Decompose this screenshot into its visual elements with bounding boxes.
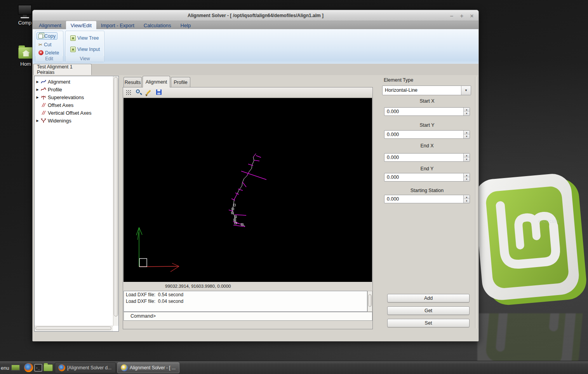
view-input-checkbox[interactable]: × View Input (69, 45, 101, 53)
grid-icon[interactable] (125, 89, 132, 96)
edit-group-label: Edit (35, 56, 63, 62)
close-button[interactable]: × (469, 12, 475, 19)
element-type-select[interactable]: Horizontal-Line ▼ (382, 86, 471, 95)
spin-up-icon[interactable]: ▲ (464, 154, 470, 157)
start-x-label: Start X (384, 98, 470, 104)
pencil-icon[interactable] (146, 89, 152, 96)
menu-tab-view-edit[interactable]: View/Edit (66, 21, 96, 29)
tree-item-profile[interactable]: ▶ Profile (35, 86, 118, 93)
spin-down-icon[interactable]: ▼ (464, 135, 470, 138)
firefox-icon (58, 364, 65, 371)
copy-button[interactable]: Copy (37, 32, 57, 40)
panel-scrollbar[interactable] (475, 77, 478, 329)
spin-down-icon[interactable]: ▼ (464, 199, 470, 203)
taskbar-task-alignment-solver[interactable]: Alignment Solver - [ ... (117, 362, 179, 373)
tree-horizontal-scrollbar[interactable] (35, 326, 113, 331)
alignment-view: 99032.3914, 91603.9980, 0.0000 Load DXF … (123, 87, 373, 329)
wallpaper-watermark: ercircula (538, 218, 559, 224)
drawing-canvas[interactable] (124, 98, 372, 282)
tree-item-alignment[interactable]: ▶ Alignment (35, 78, 118, 86)
file-manager-launcher[interactable] (43, 363, 53, 372)
computer-icon (18, 5, 32, 15)
document-tab[interactable]: Test Alignment 1 Peiraias (33, 64, 92, 75)
save-icon[interactable] (156, 89, 162, 96)
tree-vertical-scrollbar[interactable] (113, 76, 118, 326)
menu-tab-calculations[interactable]: Calculations (139, 21, 176, 29)
get-button[interactable]: Get (387, 306, 470, 315)
alignment-solver-app-icon (121, 364, 128, 371)
set-button[interactable]: Set (387, 319, 470, 327)
element-panel: Element Type Horizontal-Line ▼ Start X 0… (374, 75, 478, 332)
desktop: { "desktop": { "icons": [ { "label": "Co… (0, 0, 588, 374)
minimize-button[interactable]: – (449, 12, 454, 19)
starting-station-label: Starting Station (384, 188, 470, 193)
spin-up-icon[interactable]: ▲ (464, 131, 470, 135)
element-type-value: Horizontal-Line (385, 87, 418, 93)
delete-button[interactable]: × Delete (37, 49, 61, 56)
expand-arrow-icon[interactable]: ▶ (36, 96, 39, 99)
profile-tree-icon (40, 86, 47, 93)
menu-tab-help[interactable]: Help (176, 21, 196, 29)
end-x-label: End X (384, 143, 470, 149)
expand-arrow-icon[interactable]: ▶ (36, 80, 39, 84)
chevron-down-icon[interactable]: ▼ (461, 86, 471, 95)
view-group-label: View (66, 56, 104, 62)
tree-item-widenings[interactable]: ▶ Widenings (35, 117, 118, 124)
start-y-field[interactable]: 0.000 ▲▼ (384, 130, 470, 139)
log-scrollbar[interactable] (367, 291, 372, 312)
show-desktop-icon (11, 364, 20, 371)
superelevations-tree-icon (40, 94, 47, 100)
scrollbar-thumb[interactable] (368, 294, 372, 307)
mint-logo (477, 170, 588, 316)
add-button[interactable]: Add (387, 294, 470, 302)
scrollbar-thumb[interactable] (114, 77, 118, 316)
view-tree-checkbox[interactable]: × View Tree (69, 34, 100, 42)
end-x-field[interactable]: 0.000 ▲▼ (384, 153, 470, 162)
menu-tab-alignment[interactable]: Alignment (34, 21, 66, 29)
expand-arrow-icon[interactable]: ▶ (36, 119, 39, 122)
title-bar[interactable]: Alignment Solver - [ /opt/iqsoft/align64… (33, 10, 478, 21)
spin-up-icon[interactable]: ▲ (464, 173, 470, 177)
project-tree: ▶ Alignment ▶ Profile ▶ Superelevations (34, 76, 119, 332)
expand-arrow-icon[interactable]: ▶ (36, 88, 39, 91)
maximize-button[interactable]: + (459, 12, 464, 19)
tab-results[interactable]: Results (124, 77, 142, 87)
show-desktop-button[interactable] (11, 363, 21, 372)
taskbar-task-browser[interactable]: [Alignment Solver d... (55, 362, 116, 373)
taskbar: enu ›_ [Alignment Solver d... Alignment … (0, 361, 588, 374)
scrollbar-thumb[interactable] (35, 327, 111, 330)
tab-alignment[interactable]: Alignment (143, 76, 170, 87)
cursor-coordinates: 99032.3914, 91603.9980, 0.0000 (123, 282, 372, 291)
firefox-launcher[interactable] (24, 363, 34, 372)
starting-station-field[interactable]: 0.000 ▲▼ (384, 195, 470, 203)
zoom-icon[interactable] (136, 89, 142, 96)
spin-down-icon[interactable]: ▼ (464, 112, 470, 115)
start-x-field[interactable]: 0.000 ▲▼ (384, 107, 470, 116)
spin-down-icon[interactable]: ▼ (464, 177, 470, 181)
tree-item-vertical-offset-axes[interactable]: Vertical Offset Axes (35, 109, 118, 117)
vertical-offset-axes-tree-icon (40, 110, 47, 116)
delete-icon: × (38, 50, 43, 55)
menu-tab-import-export[interactable]: Import - Export (96, 21, 139, 29)
tree-item-offset-axes[interactable]: Offset Axes (35, 101, 118, 109)
tree-item-superelevations[interactable]: ▶ Superelevations (35, 93, 118, 101)
terminal-launcher[interactable]: ›_ (34, 363, 44, 372)
alignment-tree-icon (40, 79, 47, 85)
message-log: Load DXF file: 0.54 second Load DXF file… (124, 291, 367, 312)
home-folder-icon (18, 47, 33, 59)
spin-up-icon[interactable]: ▲ (464, 108, 470, 112)
document-tab-bar: Test Alignment 1 Peiraias (33, 64, 478, 75)
end-y-field[interactable]: 0.000 ▲▼ (384, 173, 470, 182)
end-y-label: End Y (384, 166, 470, 171)
spin-up-icon[interactable]: ▲ (464, 195, 470, 199)
menu-button[interactable]: enu (1, 361, 9, 374)
cut-button[interactable]: ✂ Cut (37, 41, 53, 48)
alignment-solver-window: Alignment Solver - [ /opt/iqsoft/align64… (32, 10, 479, 341)
spin-down-icon[interactable]: ▼ (464, 157, 470, 161)
ribbon-group-view: × View Tree × View Input View (65, 31, 104, 62)
element-type-label: Element Type (384, 77, 413, 83)
window-title: Alignment Solver - [ /opt/iqsoft/align64… (188, 13, 324, 18)
tab-profile[interactable]: Profile (171, 77, 190, 87)
start-y-label: Start Y (384, 122, 470, 128)
command-input[interactable]: Command> (124, 312, 372, 321)
